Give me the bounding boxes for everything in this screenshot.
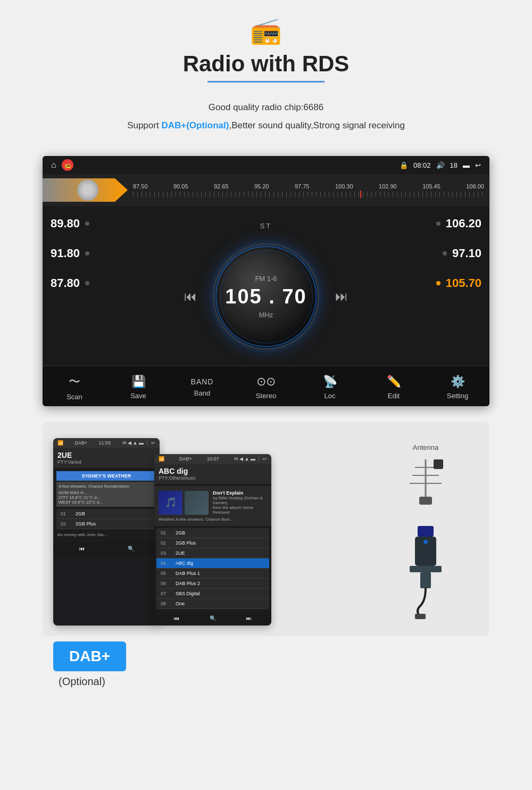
preset-freq-1: 89.80 — [51, 217, 80, 231]
preset-left-1[interactable]: 89.80 — [51, 217, 120, 231]
ch-item-03[interactable]: 032UE — [156, 548, 269, 558]
ch-item-05[interactable]: 05DAB Plus 1 — [156, 569, 269, 579]
back-icon[interactable]: ↩ — [475, 161, 481, 169]
freq-knob — [77, 179, 98, 201]
preset-left-3[interactable]: 87.80 — [51, 276, 120, 290]
phone1-time: 11:55 — [99, 440, 111, 446]
channel-item-02[interactable]: 02 2GB Plus — [56, 519, 156, 529]
now-playing-text: Don't Explain by Billie Holiday (Dizhan … — [213, 490, 267, 515]
phone1-ticker: lks money with John Sta... — [56, 531, 156, 538]
freq-mark-4: 95.20 — [254, 183, 269, 190]
phone2-icons: ✉ ◀ ▲ ▬ ⋮ ↩ — [234, 456, 267, 462]
toolbar-band[interactable]: BAND Band — [181, 377, 223, 397]
setting-label: Setting — [447, 392, 468, 400]
phone2-next[interactable]: ⏭ — [246, 615, 252, 621]
save-label: Save — [130, 392, 146, 400]
now-playing-art1: 🎵 — [159, 491, 182, 515]
phone1-title-bar: 2UE PTY:Varied — [53, 448, 160, 468]
antenna-label: Antenna — [413, 443, 438, 451]
channel-item-01[interactable]: 01 2GB — [56, 509, 156, 519]
prev-button[interactable]: ⏮ — [184, 289, 197, 304]
ch-item-01[interactable]: 012GB — [156, 528, 269, 538]
toolbar-edit[interactable]: ✏️ Edit — [372, 375, 415, 400]
scan-label: Scan — [66, 393, 82, 401]
ch-item-02[interactable]: 022GB Plus — [156, 538, 269, 548]
status-bar: ⌂ 📻 🔒 08:02 🔊 18 ▬ ↩ — [43, 156, 489, 174]
toolbar-scan[interactable]: 〜 Scan — [53, 374, 96, 401]
scan-icon: 〜 — [69, 374, 80, 390]
radio-screen: ⌂ 📻 🔒 08:02 🔊 18 ▬ ↩ 87.50 90.05 92.65 9… — [43, 156, 489, 406]
preset-right-1[interactable]: 106.20 — [412, 217, 481, 231]
toolbar-loc[interactable]: 📡 Loc — [309, 375, 351, 400]
radio-main: 89.80 91.80 87.80 ST ⏮ FM 1-6 105 — [43, 206, 489, 366]
ch-item-08[interactable]: 08One — [156, 599, 269, 609]
page-title: Radio with RDS — [183, 51, 350, 77]
home-icon[interactable]: ⌂ — [51, 160, 56, 170]
phone2-pty: PTY:OthersMusic — [159, 475, 267, 481]
next-button[interactable]: ⏭ — [335, 289, 348, 304]
freq-mark-2: 90.05 — [173, 183, 188, 190]
presets-left: 89.80 91.80 87.80 — [43, 206, 128, 366]
freq-mark-8: 105.45 — [422, 183, 440, 190]
band-label: Band — [194, 389, 210, 397]
freq-mark-5: 97.75 — [295, 183, 310, 190]
preset-freq-2: 91.80 — [51, 246, 80, 260]
setting-icon: ⚙️ — [451, 375, 465, 389]
ch-item-04[interactable]: 04ABC dig — [156, 558, 269, 569]
phone2-prev[interactable]: ⏮ — [174, 615, 179, 621]
phone1-search[interactable]: 🔍 — [128, 546, 134, 552]
phone1-weather-banner: SYDNEY'S WEATHER — [56, 471, 156, 481]
desc-suffix: ,Better sound quality,Strong signal rece… — [229, 120, 404, 130]
preset-right-freq-1: 106.20 — [446, 217, 481, 231]
preset-right-2[interactable]: 97.10 — [412, 246, 481, 260]
preset-dot-3 — [85, 281, 89, 285]
stereo-label: Stereo — [256, 392, 276, 400]
antenna-section: Antenna — [372, 433, 479, 626]
phone2-now-playing: 🎵 Don't Explain by Billie Holiday (Dizha… — [154, 486, 271, 526]
status-left: ⌂ 📻 — [51, 159, 73, 171]
band-icon: BAND — [191, 377, 214, 386]
preset-right-3[interactable]: 105.70 — [412, 276, 481, 290]
preset-right-freq-2: 97.10 — [452, 246, 481, 260]
freq-mark-7: 102.90 — [379, 183, 397, 190]
radio-status-icon: 📻 — [62, 159, 73, 171]
phone1-content: SYDNEY'S WEATHER A few showers. Chance t… — [53, 468, 160, 541]
phone1-status-bar: 📶 DAB+ 11:55 ✉ ◀ ▲ ▬ ⋮ ↩ — [53, 438, 160, 448]
header-section: 📻 Radio with RDS Good quality radio chip… — [0, 0, 532, 145]
save-icon: 💾 — [131, 375, 146, 389]
desc-prefix: Support — [127, 120, 161, 130]
battery-level: 18 — [450, 161, 458, 169]
tuner-dial[interactable]: FM 1-6 105 . 70 MHz — [213, 243, 319, 350]
preset-freq-3: 87.80 — [51, 276, 80, 290]
freq-mark-6: 100.30 — [335, 183, 353, 190]
tuner-center: ST ⏮ FM 1-6 105 . 70 MHz ⏭ — [128, 206, 404, 366]
status-right: 🔒 08:02 🔊 18 ▬ ↩ — [400, 161, 481, 169]
toolbar-save[interactable]: 💾 Save — [117, 375, 160, 400]
usb-dongle-svg — [404, 523, 447, 619]
song-artist: by Billie Holiday (Dizhan & Kamier) — [213, 496, 267, 505]
phone1-controls: ⏮ 🔍 — [53, 541, 160, 556]
svg-point-8 — [423, 540, 428, 544]
usb-dongle-assembly — [404, 523, 447, 619]
svg-rect-4 — [419, 497, 432, 505]
toolbar-setting[interactable]: ⚙️ Setting — [436, 375, 479, 400]
freq-numbers: 87.50 90.05 92.65 95.20 97.75 100.30 102… — [133, 183, 484, 190]
preset-left-2[interactable]: 91.80 — [51, 246, 120, 260]
title-underline — [207, 81, 325, 83]
dab-optional-link[interactable]: DAB+(Optional) — [161, 120, 229, 130]
phone1-icons: ✉ ◀ ▲ ▬ ⋮ ↩ — [122, 440, 155, 446]
lock-icon: 🔒 — [400, 161, 408, 169]
ch-item-07[interactable]: 07SBS Digital — [156, 589, 269, 599]
toolbar-stereo[interactable]: ⊙⊙ Stereo — [245, 375, 287, 400]
screen-icon: ▬ — [463, 161, 470, 169]
phone1-prev[interactable]: ⏮ — [79, 546, 85, 552]
freq-mark-3: 92.65 — [214, 183, 229, 190]
now-playing-art2 — [185, 491, 209, 515]
phone2-search[interactable]: 🔍 — [210, 615, 216, 621]
freq-ruler: 87.50 90.05 92.65 95.20 97.75 100.30 102… — [43, 174, 489, 206]
svg-rect-11 — [415, 614, 426, 619]
preset-right-freq-3: 105.70 — [446, 276, 481, 290]
antenna-drawing — [404, 454, 447, 518]
ch-item-06[interactable]: 06DAB Plus 2 — [156, 579, 269, 589]
dab-phone-1: 📶 DAB+ 11:55 ✉ ◀ ▲ ▬ ⋮ ↩ 2UE PTY:Varied … — [53, 438, 160, 626]
